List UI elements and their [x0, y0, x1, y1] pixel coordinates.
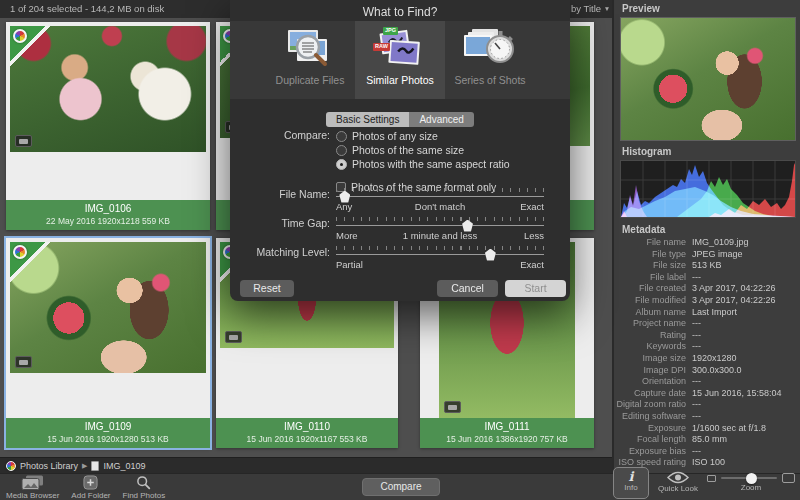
slider-ticks [336, 217, 544, 221]
zoom-out-icon [707, 475, 716, 482]
metadata-row: Image DPI300.0x300.0 [614, 365, 798, 377]
inspector-sidebar: Preview Histogram Metadata File na [612, 0, 800, 473]
zoom-slider-knob[interactable] [746, 473, 757, 484]
file-details: 15 Jun 2016 1920x1167 553 KB [216, 432, 398, 444]
series-of-shots-icon [462, 26, 518, 72]
breadcrumb-root[interactable]: Photos Library [20, 461, 78, 471]
quick-look-button[interactable]: Quick Look [658, 467, 698, 493]
card-footer: IMG_0109 15 Jun 2016 1920x1280 513 KB [6, 418, 210, 448]
histogram-chart [621, 161, 795, 217]
find-photos-button[interactable]: Find Photos [123, 475, 166, 500]
photos-app-icon [13, 29, 27, 43]
file-name-slider[interactable]: Any Don't match Exact [336, 188, 544, 212]
metadata-row: Exposure1/1600 sec at f/1.8 [614, 423, 798, 435]
metadata-header: Metadata [622, 224, 665, 235]
photos-ribbon-icon [10, 242, 50, 282]
metadata-row: File created3 Apr 2017, 04:22:26 [614, 283, 798, 295]
histogram [620, 160, 796, 218]
file-details: 15 Jun 2016 1386x1920 757 KB [420, 432, 594, 444]
metadata-row: Capture date15 Jun 2016, 15:58:04 [614, 388, 798, 400]
sort-dropdown[interactable]: by Title ▼ [571, 0, 610, 18]
breadcrumb: Photos Library ▶ IMG_0109 [0, 457, 612, 473]
slider-track[interactable] [336, 225, 544, 226]
what-to-find-dialog: What to Find? [230, 0, 570, 301]
matching-level-slider-label: Matching Level: [230, 246, 330, 258]
mode-duplicate-files[interactable]: Duplicate Files [265, 21, 355, 99]
radio-icon[interactable] [336, 131, 347, 142]
metadata-row: Rating--- [614, 330, 798, 342]
media-browser-button[interactable]: Media Browser [6, 475, 59, 500]
metadata-row: File label--- [614, 272, 798, 284]
zoom-slider[interactable] [721, 477, 777, 479]
radio-icon[interactable] [336, 145, 347, 156]
preview-header: Preview [622, 3, 660, 14]
info-button[interactable]: i Info [613, 467, 649, 499]
file-name: IMG_0109 [6, 418, 210, 432]
mode-selector: Duplicate Files [230, 21, 570, 99]
format-badge-icon [225, 331, 242, 343]
slider-knob[interactable] [485, 249, 496, 261]
photos-app-icon [6, 461, 16, 471]
file-name: IMG_0106 [6, 200, 210, 214]
format-badge-icon [444, 401, 461, 413]
card-footer: IMG_0110 15 Jun 2016 1920x1167 553 KB [216, 418, 398, 448]
info-icon: i [628, 470, 633, 483]
radio-same-size[interactable]: Photos of the same size [336, 143, 544, 157]
metadata-row: Editing software--- [614, 411, 798, 423]
compare-button[interactable]: Compare [362, 478, 440, 496]
file-icon [91, 461, 99, 471]
metadata-list: File nameIMG_0109.jpg File typeJPEG imag… [614, 237, 798, 469]
metadata-row: Album nameLast Import [614, 307, 798, 319]
raw-badge: RAW [373, 43, 390, 51]
compare-label: Compare: [230, 129, 330, 141]
file-details: 15 Jun 2016 1920x1280 513 KB [6, 432, 210, 444]
slider-center-label: Don't match [336, 201, 544, 212]
mode-similar-photos[interactable]: JPG RAW Similar Photos [355, 21, 445, 99]
slider-track[interactable] [336, 254, 544, 255]
slider-left-label: Partial [336, 259, 363, 270]
reset-button[interactable]: Reset [240, 280, 294, 297]
photo-thumbnail [10, 242, 206, 373]
radio-same-aspect-ratio[interactable]: Photos with the same aspect ratio [336, 157, 544, 171]
cancel-button[interactable]: Cancel [437, 280, 498, 297]
jpg-badge: JPG [383, 27, 398, 35]
preview-image [620, 17, 796, 141]
start-button[interactable]: Start [505, 280, 566, 297]
tab-advanced[interactable]: Advanced [409, 112, 473, 127]
slider-ticks [336, 246, 544, 250]
sort-label: by Title [571, 3, 601, 14]
add-folder-button[interactable]: Add Folder [71, 475, 110, 500]
breadcrumb-arrow-icon: ▶ [82, 462, 87, 470]
zoom-in-icon [782, 473, 795, 483]
tab-basic-settings[interactable]: Basic Settings [326, 112, 409, 127]
photo-card-selected[interactable]: IMG_0109 15 Jun 2016 1920x1280 513 KB [6, 238, 210, 448]
dialog-title: What to Find? [230, 5, 570, 19]
slider-right-label: Exact [520, 201, 544, 212]
matching-level-slider[interactable]: Partial Exact [336, 246, 544, 270]
format-badge-icon [15, 135, 32, 147]
time-gap-slider-label: Time Gap: [230, 217, 330, 229]
card-footer: IMG_0106 22 May 2016 1920x1218 559 KB [6, 200, 210, 230]
zoom-label: Zoom [741, 483, 761, 492]
eye-icon [667, 471, 689, 484]
breadcrumb-current[interactable]: IMG_0109 [103, 461, 145, 471]
file-name: IMG_0110 [216, 418, 398, 432]
photo-thumbnail [10, 26, 206, 152]
metadata-row: Focal length85.0 mm [614, 434, 798, 446]
chevron-down-icon: ▼ [604, 5, 610, 12]
time-gap-slider[interactable]: More 1 minute and less Less [336, 217, 544, 241]
card-footer: IMG_0111 15 Jun 2016 1386x1920 757 KB [420, 418, 594, 448]
slider-right-label: Less [524, 230, 544, 241]
duplicate-files-icon [282, 26, 338, 72]
radio-any-size[interactable]: Photos of any size [336, 129, 544, 143]
photos-app-icon [13, 245, 27, 259]
radio-icon-selected[interactable] [336, 159, 347, 170]
file-name: IMG_0111 [420, 418, 594, 432]
photo-card[interactable]: IMG_0106 22 May 2016 1920x1218 559 KB [6, 22, 210, 230]
metadata-row: Exposure bias--- [614, 446, 798, 458]
metadata-row: Keywords--- [614, 341, 798, 353]
mode-series-of-shots[interactable]: Series of Shots [445, 21, 535, 99]
slider-track[interactable] [336, 196, 544, 197]
search-icon [136, 475, 151, 490]
settings-tabs: Basic Settings Advanced [230, 112, 570, 127]
